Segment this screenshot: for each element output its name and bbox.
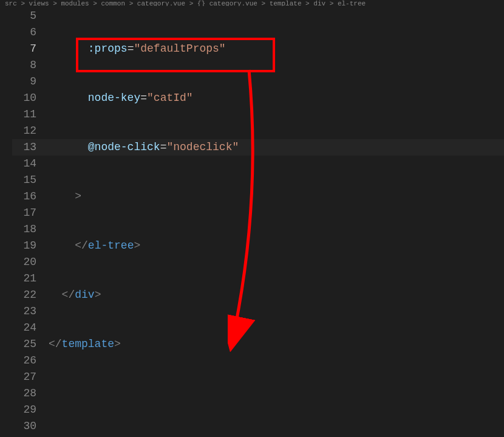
code-line[interactable]: </div>: [49, 287, 504, 303]
code-line[interactable]: @node-click="nodeclick": [49, 139, 504, 156]
code-content[interactable]: :props="defaultProps" node-key="catId" @…: [49, 6, 504, 437]
line-number-gutter: 5 6 7 8 9 10 11 12 13 14 15 16 17 18 19 …: [0, 6, 49, 437]
code-line[interactable]: <script>: [49, 435, 504, 437]
code-line[interactable]: [49, 385, 504, 402]
code-line[interactable]: </template>: [49, 336, 504, 353]
code-line[interactable]: :props="defaultProps": [49, 41, 504, 57]
code-editor[interactable]: 5 6 7 8 9 10 11 12 13 14 15 16 17 18 19 …: [0, 6, 504, 437]
code-line[interactable]: >: [49, 188, 504, 205]
breadcrumb: src > views > modules > common > categor…: [0, 0, 504, 6]
code-line[interactable]: node-key="catId": [49, 90, 504, 106]
annotation-arrow: [228, 67, 276, 353]
code-line[interactable]: </el-tree>: [49, 238, 504, 254]
